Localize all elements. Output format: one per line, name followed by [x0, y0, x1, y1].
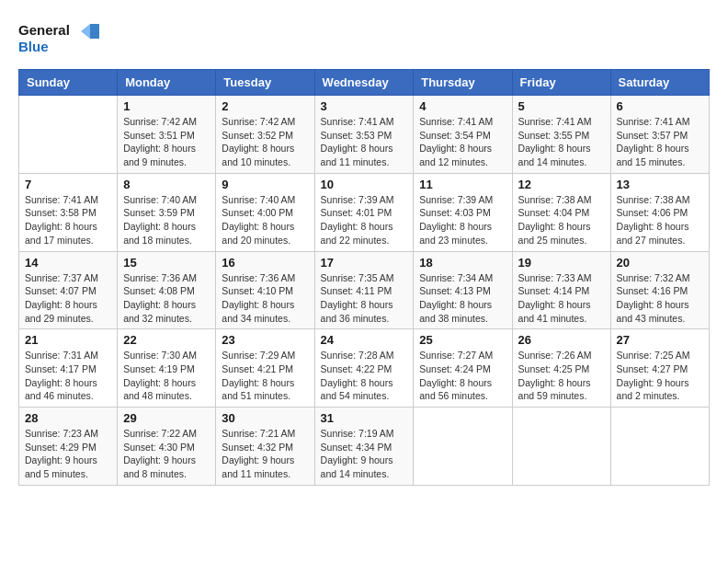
day-info: Sunrise: 7:30 AM Sunset: 4:19 PM Dayligh… — [123, 349, 210, 403]
calendar-cell: 11Sunrise: 7:39 AM Sunset: 4:03 PM Dayli… — [414, 173, 512, 251]
day-number: 4 — [419, 99, 506, 113]
day-info: Sunrise: 7:42 AM Sunset: 3:51 PM Dayligh… — [123, 115, 210, 169]
day-info: Sunrise: 7:25 AM Sunset: 4:27 PM Dayligh… — [617, 349, 703, 403]
calendar-cell: 18Sunrise: 7:34 AM Sunset: 4:13 PM Dayli… — [414, 251, 512, 329]
day-number: 2 — [222, 99, 308, 113]
calendar-cell: 19Sunrise: 7:33 AM Sunset: 4:14 PM Dayli… — [512, 251, 610, 329]
calendar-cell — [19, 96, 118, 174]
day-info: Sunrise: 7:26 AM Sunset: 4:25 PM Dayligh… — [518, 349, 605, 403]
day-info: Sunrise: 7:32 AM Sunset: 4:16 PM Dayligh… — [617, 271, 703, 326]
calendar-cell: 29Sunrise: 7:22 AM Sunset: 4:30 PM Dayli… — [118, 408, 216, 486]
day-number: 12 — [518, 178, 605, 191]
day-number: 30 — [222, 411, 308, 425]
calendar-cell — [610, 408, 709, 486]
day-number: 17 — [321, 256, 408, 270]
day-info: Sunrise: 7:21 AM Sunset: 4:32 PM Dayligh… — [222, 427, 308, 481]
svg-text:General: General — [18, 22, 70, 38]
day-info: Sunrise: 7:39 AM Sunset: 4:03 PM Dayligh… — [419, 193, 506, 247]
calendar-cell: 26Sunrise: 7:26 AM Sunset: 4:25 PM Dayli… — [512, 329, 610, 408]
day-number: 22 — [123, 333, 210, 347]
day-info: Sunrise: 7:42 AM Sunset: 3:52 PM Dayligh… — [222, 115, 308, 169]
calendar-table: SundayMondayTuesdayWednesdayThursdayFrid… — [18, 69, 710, 486]
calendar-cell: 3Sunrise: 7:41 AM Sunset: 3:53 PM Daylig… — [314, 96, 414, 174]
calendar-cell: 21Sunrise: 7:31 AM Sunset: 4:17 PM Dayli… — [19, 329, 118, 408]
day-number: 8 — [123, 178, 210, 191]
day-number: 13 — [617, 178, 703, 191]
calendar-cell: 4Sunrise: 7:41 AM Sunset: 3:54 PM Daylig… — [414, 96, 512, 174]
day-info: Sunrise: 7:35 AM Sunset: 4:11 PM Dayligh… — [321, 271, 408, 326]
calendar-cell: 17Sunrise: 7:35 AM Sunset: 4:11 PM Dayli… — [314, 251, 414, 329]
calendar-cell — [414, 408, 512, 486]
day-info: Sunrise: 7:38 AM Sunset: 4:04 PM Dayligh… — [518, 193, 605, 247]
day-number: 25 — [419, 333, 506, 347]
calendar-cell: 31Sunrise: 7:19 AM Sunset: 4:34 PM Dayli… — [314, 408, 414, 486]
day-info: Sunrise: 7:28 AM Sunset: 4:22 PM Dayligh… — [321, 349, 408, 403]
day-number: 1 — [123, 99, 210, 113]
weekday-header-thursday: Thursday — [414, 70, 512, 96]
day-number: 21 — [25, 333, 111, 347]
calendar-cell: 9Sunrise: 7:40 AM Sunset: 4:00 PM Daylig… — [216, 173, 314, 251]
day-number: 26 — [518, 333, 605, 347]
weekday-header-sunday: Sunday — [19, 70, 118, 96]
day-number: 20 — [617, 256, 703, 270]
day-number: 24 — [321, 333, 408, 347]
weekday-header-friday: Friday — [512, 70, 610, 96]
day-info: Sunrise: 7:41 AM Sunset: 3:53 PM Dayligh… — [321, 115, 408, 169]
calendar-cell: 12Sunrise: 7:38 AM Sunset: 4:04 PM Dayli… — [512, 173, 610, 251]
calendar-cell: 6Sunrise: 7:41 AM Sunset: 3:57 PM Daylig… — [610, 96, 709, 174]
day-info: Sunrise: 7:36 AM Sunset: 4:08 PM Dayligh… — [123, 271, 210, 326]
calendar-cell: 22Sunrise: 7:30 AM Sunset: 4:19 PM Dayli… — [118, 329, 216, 408]
calendar-cell: 15Sunrise: 7:36 AM Sunset: 4:08 PM Dayli… — [118, 251, 216, 329]
weekday-header-wednesday: Wednesday — [314, 70, 414, 96]
day-info: Sunrise: 7:41 AM Sunset: 3:55 PM Dayligh… — [518, 115, 605, 169]
weekday-header-saturday: Saturday — [610, 70, 709, 96]
day-info: Sunrise: 7:36 AM Sunset: 4:10 PM Dayligh… — [222, 271, 308, 326]
calendar-cell: 8Sunrise: 7:40 AM Sunset: 3:59 PM Daylig… — [118, 173, 216, 251]
day-number: 9 — [222, 178, 308, 191]
day-number: 7 — [25, 178, 111, 191]
svg-marker-2 — [90, 24, 99, 39]
day-info: Sunrise: 7:27 AM Sunset: 4:24 PM Dayligh… — [419, 349, 506, 403]
day-info: Sunrise: 7:41 AM Sunset: 3:54 PM Dayligh… — [419, 115, 506, 169]
day-info: Sunrise: 7:40 AM Sunset: 4:00 PM Dayligh… — [222, 193, 308, 247]
calendar-cell: 16Sunrise: 7:36 AM Sunset: 4:10 PM Dayli… — [216, 251, 314, 329]
day-info: Sunrise: 7:39 AM Sunset: 4:01 PM Dayligh… — [321, 193, 408, 247]
day-info: Sunrise: 7:19 AM Sunset: 4:34 PM Dayligh… — [321, 427, 408, 481]
calendar-cell: 7Sunrise: 7:41 AM Sunset: 3:58 PM Daylig… — [19, 173, 118, 251]
day-info: Sunrise: 7:23 AM Sunset: 4:29 PM Dayligh… — [25, 427, 111, 481]
calendar-cell: 14Sunrise: 7:37 AM Sunset: 4:07 PM Dayli… — [19, 251, 118, 329]
calendar-cell: 30Sunrise: 7:21 AM Sunset: 4:32 PM Dayli… — [216, 408, 314, 486]
calendar-cell: 2Sunrise: 7:42 AM Sunset: 3:52 PM Daylig… — [216, 96, 314, 174]
day-number: 27 — [617, 333, 703, 347]
day-info: Sunrise: 7:40 AM Sunset: 3:59 PM Dayligh… — [123, 193, 210, 247]
calendar-cell: 27Sunrise: 7:25 AM Sunset: 4:27 PM Dayli… — [610, 329, 709, 408]
day-number: 18 — [419, 256, 506, 270]
day-number: 31 — [321, 411, 408, 425]
day-number: 19 — [518, 256, 605, 270]
calendar-cell: 5Sunrise: 7:41 AM Sunset: 3:55 PM Daylig… — [512, 96, 610, 174]
day-info: Sunrise: 7:41 AM Sunset: 3:57 PM Dayligh… — [617, 115, 703, 169]
day-number: 23 — [222, 333, 308, 347]
day-number: 14 — [25, 256, 111, 270]
logo-svg: General Blue — [18, 18, 101, 60]
calendar-cell: 20Sunrise: 7:32 AM Sunset: 4:16 PM Dayli… — [610, 251, 709, 329]
day-info: Sunrise: 7:37 AM Sunset: 4:07 PM Dayligh… — [25, 271, 111, 326]
calendar-cell: 28Sunrise: 7:23 AM Sunset: 4:29 PM Dayli… — [19, 408, 118, 486]
day-info: Sunrise: 7:41 AM Sunset: 3:58 PM Dayligh… — [25, 193, 111, 247]
day-number: 10 — [321, 178, 408, 191]
day-info: Sunrise: 7:31 AM Sunset: 4:17 PM Dayligh… — [25, 349, 111, 403]
day-number: 11 — [419, 178, 506, 191]
day-number: 3 — [321, 99, 408, 113]
day-number: 16 — [222, 256, 308, 270]
calendar-cell — [512, 408, 610, 486]
day-number: 28 — [25, 411, 111, 425]
calendar-cell: 24Sunrise: 7:28 AM Sunset: 4:22 PM Dayli… — [314, 329, 414, 408]
day-info: Sunrise: 7:22 AM Sunset: 4:30 PM Dayligh… — [123, 427, 210, 481]
day-number: 15 — [123, 256, 210, 270]
day-info: Sunrise: 7:33 AM Sunset: 4:14 PM Dayligh… — [518, 271, 605, 326]
day-info: Sunrise: 7:38 AM Sunset: 4:06 PM Dayligh… — [617, 193, 703, 247]
day-info: Sunrise: 7:34 AM Sunset: 4:13 PM Dayligh… — [419, 271, 506, 326]
calendar-cell: 13Sunrise: 7:38 AM Sunset: 4:06 PM Dayli… — [610, 173, 709, 251]
weekday-header-tuesday: Tuesday — [216, 70, 314, 96]
svg-text:Blue: Blue — [18, 39, 49, 54]
